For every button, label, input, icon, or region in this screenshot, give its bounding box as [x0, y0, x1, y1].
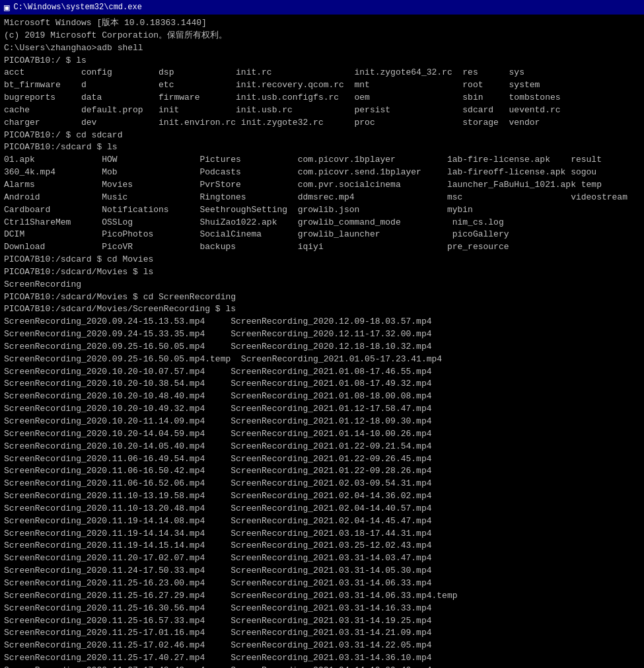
terminal-line: ScreenRecording_2020.11.25-16.23.00.mp4 …: [4, 577, 640, 590]
terminal-line: ScreenRecording_2020.09.24-15.13.53.mp4 …: [4, 316, 640, 328]
terminal-line: ScreenRecording_2020.10.20-14.05.40.mp4 …: [4, 441, 640, 453]
terminal-line: ScreenRecording_2020.11.06-16.52.06.mp4 …: [4, 478, 640, 490]
terminal-line: ScreenRecording_2020.11.25-16.27.29.mp4 …: [4, 590, 640, 603]
terminal-line: PICOA7B10:/sdcard/Movies $ cd ScreenReco…: [4, 291, 640, 304]
terminal-line: ScreenRecording_2020.10.20-11.14.09.mp4 …: [4, 416, 640, 428]
terminal-line: Ctrl1ShareMem OSSLog ShuiZao1022.apk gro…: [4, 217, 640, 229]
terminal-line: DCIM PicoPhotos SocialCinema growlib_lau…: [4, 229, 640, 241]
terminal-line: ScreenRecording_2020.11.24-17.50.33.mp4 …: [4, 565, 640, 577]
terminal-line: PICOA7B10:/sdcard $ ls: [4, 141, 640, 154]
title-bar-icon: ▣: [4, 2, 9, 13]
terminal-line: ScreenRecording_2020.11.25-16.57.33.mp4 …: [4, 615, 640, 628]
terminal-line: Cardboard Notifications SeethroughSettin…: [4, 204, 640, 217]
title-bar-title: C:\Windows\system32\cmd.exe: [13, 3, 141, 12]
terminal-line: ScreenRecording_2020.11.27-17.48.40.mp4 …: [4, 665, 640, 668]
terminal-line: (c) 2019 Microsoft Corporation。保留所有权利。: [4, 30, 640, 42]
terminal-line: C:\Users\zhanghao>adb shell: [4, 42, 640, 55]
terminal-line: charger dev init.environ.rc init.zygote3…: [4, 117, 640, 130]
terminal-line: ScreenRecording_2020.11.25-16.30.56.mp4 …: [4, 603, 640, 615]
terminal-line: ScreenRecording_2020.11.06-16.49.54.mp4 …: [4, 453, 640, 466]
title-bar: ▣ C:\Windows\system32\cmd.exe: [0, 0, 644, 15]
terminal-line: 01.apk HOW Pictures com.picovr.1bplayer …: [4, 154, 640, 167]
terminal-line: ScreenRecording_2020.11.10-13.19.58.mp4 …: [4, 490, 640, 503]
terminal-line: PICOA7B10:/ $ ls: [4, 55, 640, 67]
terminal-line: ScreenRecording_2020.10.20-14.04.59.mp4 …: [4, 428, 640, 441]
terminal-line: cache default.prop init init.usb.rc pers…: [4, 104, 640, 117]
terminal-line: ScreenRecording_2020.10.20-10.49.32.mp4 …: [4, 403, 640, 416]
terminal-line: ScreenRecording_2020.11.25-17.01.16.mp4 …: [4, 627, 640, 640]
terminal-line: ScreenRecording: [4, 279, 640, 291]
terminal-line: PICOA7B10:/sdcard/Movies/ScreenRecording…: [4, 303, 640, 316]
terminal-line: ScreenRecording_2020.11.25-17.40.27.mp4 …: [4, 652, 640, 665]
terminal-line: ScreenRecording_2020.09.25-16.50.05.mp4 …: [4, 341, 640, 353]
terminal-line: PICOA7B10:/ $ cd sdcard: [4, 130, 640, 142]
terminal-line: ScreenRecording_2020.09.24-15.33.35.mp4 …: [4, 328, 640, 341]
terminal-line: Alarms Movies PvrStore com.pvr.socialcin…: [4, 179, 640, 192]
terminal-line: 360_4k.mp4 Mob Podcasts com.picovr.send.…: [4, 167, 640, 179]
terminal-line: bt_firmware d etc init.recovery.qcom.rc …: [4, 79, 640, 92]
terminal-line: ScreenRecording_2020.10.20-10.48.40.mp4 …: [4, 390, 640, 403]
terminal-line: ScreenRecording_2020.11.10-13.20.48.mp4 …: [4, 503, 640, 515]
terminal-line: ScreenRecording_2020.09.25-16.50.05.mp4.…: [4, 353, 640, 366]
terminal-line: ScreenRecording_2020.11.19-14.14.34.mp4 …: [4, 528, 640, 540]
terminal-line: ScreenRecording_2020.11.06-16.50.42.mp4 …: [4, 465, 640, 478]
terminal-line: Android Music Ringtones ddmsrec.mp4 msc …: [4, 192, 640, 204]
terminal-line: acct config dsp init.rc init.zygote64_32…: [4, 67, 640, 79]
terminal-line: ScreenRecording_2020.11.25-17.02.46.mp4 …: [4, 640, 640, 652]
terminal-line: ScreenRecording_2020.11.19-14.14.08.mp4 …: [4, 515, 640, 528]
terminal-line: Microsoft Windows [版本 10.0.18363.1440]: [4, 17, 640, 30]
terminal-line: bugreports data firmware init.usb.config…: [4, 92, 640, 104]
terminal-line: ScreenRecording_2020.11.20-17.02.07.mp4 …: [4, 552, 640, 565]
terminal-line: PICOA7B10:/sdcard $ cd Movies: [4, 254, 640, 266]
terminal-line: ScreenRecording_2020.10.20-10.07.57.mp4 …: [4, 366, 640, 379]
terminal-line: ScreenRecording_2020.11.19-14.15.14.mp4 …: [4, 540, 640, 552]
terminal-line: ScreenRecording_2020.10.20-10.38.54.mp4 …: [4, 378, 640, 390]
terminal: Microsoft Windows [版本 10.0.18363.1440](c…: [0, 15, 644, 668]
terminal-line: Download PicoVR backups iqiyi pre_resour…: [4, 241, 640, 254]
terminal-line: PICOA7B10:/sdcard/Movies $ ls: [4, 266, 640, 279]
